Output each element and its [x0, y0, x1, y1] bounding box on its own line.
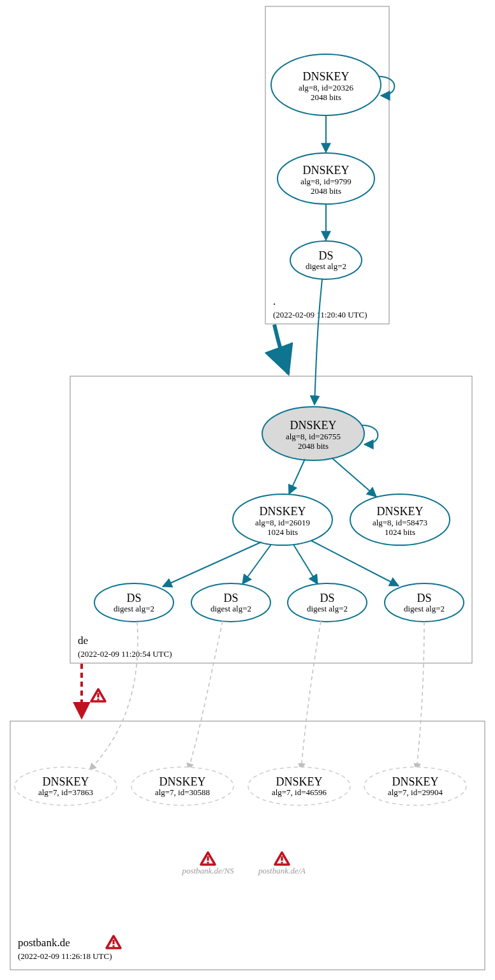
node-de-ds1: DS digest alg=2: [94, 583, 174, 622]
zone-postbank-date: (2022-02-09 11:26:18 UTC): [18, 951, 112, 961]
svg-text:alg=7, id=37863: alg=7, id=37863: [38, 787, 93, 797]
edge-ds4-to-pbk4: [417, 622, 424, 770]
edge-root-to-de-zone: [274, 325, 288, 374]
node-de-zsk2: DNSKEY alg=8, id=58473 1024 bits: [350, 494, 450, 545]
svg-text:DS: DS: [318, 249, 333, 262]
svg-text:alg=8, id=26019: alg=8, id=26019: [255, 518, 310, 527]
node-postbank-k2: DNSKEY alg=7, id=30588: [131, 767, 233, 805]
dnssec-diagram: . (2022-02-09 11:20:40 UTC) DNSKEY alg=8…: [0, 0, 495, 980]
node-postbank-k4: DNSKEY alg=7, id=29904: [364, 767, 466, 805]
warn-icon: [91, 689, 105, 701]
node-de-ds2: DS digest alg=2: [191, 583, 270, 622]
zone-de-label: de: [78, 634, 88, 647]
node-de-zsk1: DNSKEY alg=8, id=26019 1024 bits: [233, 494, 332, 545]
svg-text:1024 bits: 1024 bits: [385, 527, 415, 537]
node-de-ds3: DS digest alg=2: [288, 583, 367, 622]
warn-icon: [107, 936, 121, 948]
edge-ds2-to-pbk2: [188, 621, 223, 770]
query-postbank-ns: postbank.de/NS: [181, 866, 234, 875]
svg-text:DNSKEY: DNSKEY: [302, 70, 349, 83]
svg-text:DNSKEY: DNSKEY: [259, 505, 306, 518]
edge-root-ds-to-de-ksk: [314, 279, 322, 405]
node-de-ksk: DNSKEY alg=8, id=26755 2048 bits: [262, 407, 364, 460]
zone-postbank-label: postbank.de: [18, 937, 70, 949]
svg-text:DNSKEY: DNSKEY: [276, 775, 322, 788]
svg-text:digest alg=2: digest alg=2: [211, 604, 251, 613]
node-postbank-k1: DNSKEY alg=7, id=37863: [15, 767, 117, 805]
warn-icon: [201, 852, 215, 865]
edge-de-zsk1-to-ds4: [311, 541, 399, 586]
zone-de-date: (2022-02-09 11:20:54 UTC): [78, 649, 172, 659]
svg-text:alg=8, id=9799: alg=8, id=9799: [300, 177, 351, 186]
edge-de-ksk-to-zsk1: [289, 459, 305, 494]
query-postbank-a: postbank.de/A: [258, 866, 306, 875]
node-root-zsk: DNSKEY alg=8, id=9799 2048 bits: [277, 153, 374, 204]
svg-text:DS: DS: [223, 592, 238, 604]
svg-text:DS: DS: [417, 592, 431, 604]
svg-text:digest alg=2: digest alg=2: [114, 604, 154, 613]
svg-text:alg=7, id=29904: alg=7, id=29904: [388, 787, 443, 797]
node-postbank-k3: DNSKEY alg=7, id=46596: [248, 767, 350, 805]
svg-text:2048 bits: 2048 bits: [311, 186, 341, 196]
edge-de-zsk1-to-ds2: [242, 545, 271, 584]
node-de-ds4: DS digest alg=2: [385, 583, 464, 622]
svg-text:DS: DS: [320, 592, 334, 604]
svg-text:alg=7, id=46596: alg=7, id=46596: [272, 787, 327, 797]
edge-de-zsk1-to-ds3: [293, 545, 318, 584]
svg-text:DNSKEY: DNSKEY: [42, 775, 89, 788]
svg-text:alg=7, id=30588: alg=7, id=30588: [155, 787, 210, 797]
edge-de-ksk-to-zsk2: [332, 458, 376, 497]
svg-text:alg=8, id=58473: alg=8, id=58473: [373, 518, 427, 527]
svg-text:2048 bits: 2048 bits: [298, 441, 329, 451]
svg-text:digest alg=2: digest alg=2: [306, 261, 346, 271]
zone-root-label: .: [273, 295, 276, 307]
node-root-ds: DS digest alg=2: [290, 241, 362, 279]
svg-text:digest alg=2: digest alg=2: [307, 604, 348, 613]
svg-text:alg=8, id=26755: alg=8, id=26755: [286, 432, 341, 441]
svg-text:digest alg=2: digest alg=2: [404, 604, 445, 613]
zone-postbank-box: [10, 721, 485, 970]
svg-text:DNSKEY: DNSKEY: [376, 505, 423, 518]
edge-ds3-to-pbk3: [301, 621, 321, 770]
svg-text:DNSKEY: DNSKEY: [392, 775, 438, 788]
svg-text:DS: DS: [126, 592, 141, 604]
svg-text:DNSKEY: DNSKEY: [290, 419, 336, 432]
svg-text:alg=8, id=20326: alg=8, id=20326: [299, 83, 354, 92]
zone-root-date: (2022-02-09 11:20:40 UTC): [273, 310, 367, 319]
node-root-ksk: DNSKEY alg=8, id=20326 2048 bits: [271, 54, 381, 115]
edge-de-zsk1-to-ds1: [163, 542, 262, 587]
svg-text:2048 bits: 2048 bits: [311, 92, 341, 102]
svg-text:1024 bits: 1024 bits: [267, 527, 298, 537]
svg-text:DNSKEY: DNSKEY: [302, 164, 349, 177]
warn-icon: [275, 852, 289, 865]
svg-text:DNSKEY: DNSKEY: [159, 775, 205, 788]
